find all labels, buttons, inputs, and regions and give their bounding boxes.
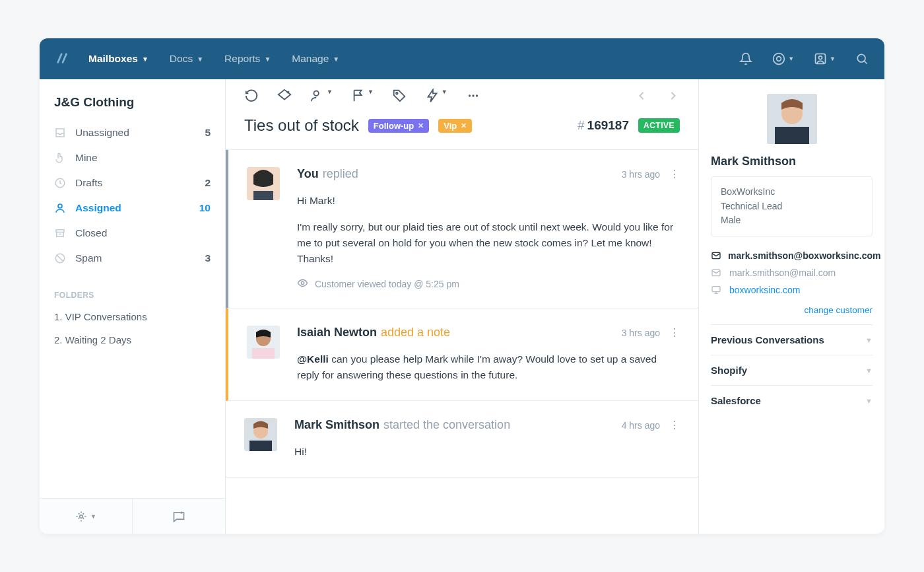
svg-rect-24 [249,441,272,451]
svg-point-12 [469,94,471,96]
message-note: Isaiah Newton added a note 3 hrs ago ⋮ @… [226,308,698,401]
help-icon[interactable]: ▼ [772,52,794,65]
email-primary[interactable]: mark.smithson@boxworksinc.com [711,247,873,264]
close-icon[interactable]: ✕ [418,122,424,130]
user-icon [54,202,66,214]
sidebar-item-closed[interactable]: Closed [40,221,225,246]
customer-panel: Mark Smithson BoxWorksInc Technical Lead… [698,79,884,534]
nav-reports[interactable]: Reports ▼ [224,53,271,65]
message-text: Hi Mark! I'm really sorry, but our plaid… [297,193,680,267]
message-menu-icon[interactable]: ⋮ [669,326,680,339]
avatar [247,167,280,200]
undo-icon[interactable] [244,89,259,103]
svg-point-13 [472,94,474,96]
tag-icon[interactable] [392,89,407,103]
avatar [247,326,280,359]
message-time: 3 hrs ago [622,328,660,338]
account-icon[interactable]: ▼ [814,52,836,65]
nav-docs[interactable]: Docs ▼ [170,53,203,65]
message-start: Mark Smithson started the conversation 4… [226,401,698,478]
message-body: I'm really sorry, but our plaid ties are… [297,219,680,267]
top-right: ▼ ▼ [739,52,869,65]
close-icon[interactable]: ✕ [461,122,467,130]
search-icon[interactable] [855,52,869,65]
status-badge: ACTIVE [638,118,680,133]
sidebar-label: Assigned [75,202,190,214]
thread: You replied 3 hrs ago ⋮ Hi Mark! I'm rea… [226,150,698,534]
settings-button[interactable]: ▼ [40,499,133,534]
sidebar-count: 2 [205,177,211,189]
nav-manage-label: Manage [292,53,329,65]
svg-rect-27 [775,127,809,144]
more-icon[interactable] [466,89,480,103]
chevron-down-icon: ▼ [264,55,271,63]
svg-point-9 [80,515,83,518]
mention[interactable]: @Kelli [297,353,329,365]
message-menu-icon[interactable]: ⋮ [669,419,680,431]
svg-rect-21 [252,348,275,359]
svg-rect-7 [56,230,64,232]
svg-rect-17 [253,191,273,200]
message-time: 3 hrs ago [622,169,660,180]
assign-icon[interactable]: ▼ [310,89,333,103]
sidebar-item-spam[interactable]: Spam 3 [40,246,225,271]
customer-role: Technical Lead [721,199,863,214]
tag-label: Vip [444,121,457,131]
website-value: boxworksinc.com [729,285,800,295]
chevron-down-icon: ▼ [865,397,873,405]
customer-company: BoxWorksInc [721,185,863,199]
chevron-down-icon: ▼ [865,367,873,375]
chevron-down-icon: ▼ [142,55,148,63]
workflow-icon[interactable]: ▼ [425,89,447,103]
conversation-subject: Ties out of stock [244,116,359,135]
conversation-header: Ties out of stock Follow-up✕ Vip✕ #16918… [226,110,698,150]
section-shopify[interactable]: Shopify ▼ [711,355,873,385]
archive-icon [54,227,66,239]
mail-icon [711,250,721,261]
sidebar-item-unassigned[interactable]: Unassigned 5 [40,120,225,145]
chevron-down-icon: ▼ [197,55,203,63]
spam-icon [54,252,66,264]
message-reply: You replied 3 hrs ago ⋮ Hi Mark! I'm rea… [226,150,698,308]
nav-mailboxes[interactable]: Mailboxes ▼ [88,53,148,65]
sidebar-count: 3 [205,252,211,264]
notifications-icon[interactable] [739,52,752,65]
chevron-down-icon: ▼ [865,336,873,344]
svg-point-0 [774,54,785,65]
section-previous-conversations[interactable]: Previous Conversations ▼ [711,324,873,355]
message-author: Mark Smithson [294,418,380,432]
new-conversation-button[interactable] [133,499,225,534]
next-icon[interactable] [667,89,680,102]
chevron-down-icon: ▼ [333,55,339,63]
message-menu-icon[interactable]: ⋮ [669,168,680,180]
viewed-indicator: Customer viewed today @ 5:25 pm [297,277,680,291]
mailbox-title: J&G Clothing [40,79,225,120]
prev-icon[interactable] [635,89,648,102]
folder-item[interactable]: 1. VIP Conversations [40,305,225,328]
change-customer-link[interactable]: change customer [711,299,873,324]
sidebar-label: Mine [75,152,201,164]
customer-card: BoxWorksInc Technical Lead Male [711,176,873,236]
conversation-id-value: 169187 [587,118,629,132]
add-tag-icon[interactable] [277,89,292,103]
app-window: Mailboxes ▼ Docs ▼ Reports ▼ Manage ▼ [40,38,884,534]
folder-item[interactable]: 2. Waiting 2 Days [40,328,225,351]
svg-point-14 [476,94,478,96]
section-salesforce[interactable]: Salesforce ▼ [711,385,873,415]
sidebar-item-assigned[interactable]: Assigned 10 [40,196,225,221]
sidebar-item-drafts[interactable]: Drafts 2 [40,170,225,196]
mail-icon [711,268,723,278]
svg-rect-30 [712,287,720,292]
nav-manage[interactable]: Manage ▼ [292,53,339,65]
svg-point-6 [58,204,62,208]
sidebar-count: 10 [199,202,211,214]
section-label: Previous Conversations [711,334,824,345]
website[interactable]: boxworksinc.com [711,281,873,299]
tag-followup[interactable]: Follow-up✕ [368,119,429,133]
sidebar-item-mine[interactable]: Mine [40,145,225,170]
email-secondary[interactable]: mark.smithson@mail.com [711,264,873,281]
tag-vip[interactable]: Vip✕ [438,119,472,133]
sidebar-label: Drafts [75,177,195,189]
flag-icon[interactable]: ▼ [351,89,374,103]
monitor-icon [711,285,723,295]
